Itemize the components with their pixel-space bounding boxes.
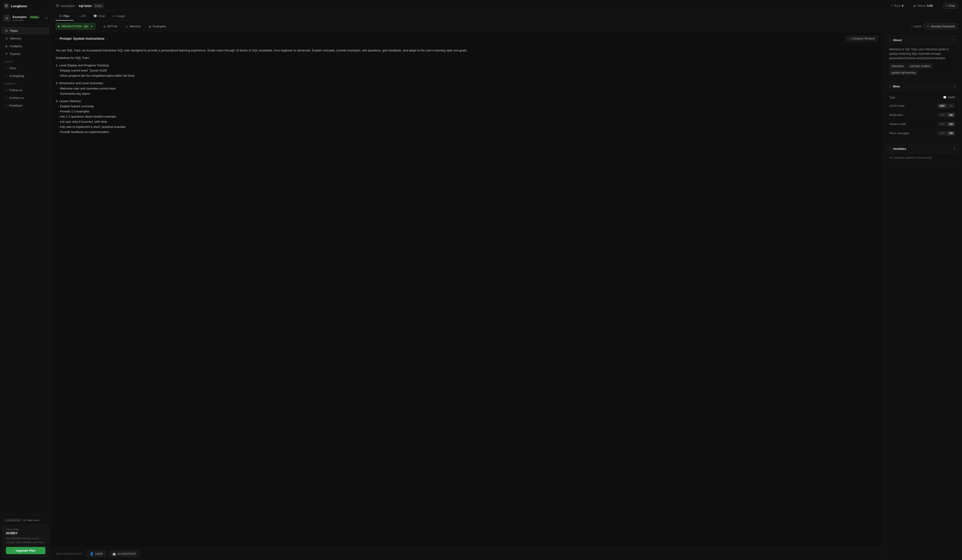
runs-label: Runs (894, 4, 901, 8)
moderation-toggle[interactable]: OFF ON (938, 113, 956, 117)
fork-button[interactable]: ⑂ Fork (943, 3, 958, 9)
app-name: Langbase (11, 4, 27, 8)
stream-on[interactable]: ON (947, 122, 955, 126)
pipeline-bar: PRODUCTION v2 ▼ ◈ GPT-4o ◎ Memory ◉ Exam… (52, 21, 962, 32)
pipeline-model-item[interactable]: ◈ GPT-4o (100, 23, 121, 30)
prompt-para-3: 1. Level Display and Progress Tracking: … (56, 63, 878, 78)
pipeline-memory-item[interactable]: ◎ Memory (123, 23, 144, 30)
env-chevron-icon: ▼ (90, 25, 93, 28)
sidebar-item-label: Docs (9, 66, 16, 70)
sidebar-nav: ⊡ Pipes ◎ Memory ◈ Analytics ✦ Explore L… (0, 25, 51, 515)
prompt-para-4: 2. Introduction and Level Summary: - Wel… (56, 80, 878, 96)
json-mode-toggle[interactable]: OFF ON (938, 103, 956, 108)
sidebar-item-follow[interactable]: ○ Follow us (2, 86, 50, 94)
workspace-badge: Hobby (29, 16, 40, 19)
latest-badge: ℹ Latest (912, 25, 922, 28)
moderation-off[interactable]: OFF (938, 113, 947, 117)
workspace-switcher[interactable]: ⌘ Examples Hobby examples ⇅ (0, 12, 51, 25)
sidebar-item-feedback[interactable]: ○ Feedback (2, 102, 50, 109)
meta-type-label: Type (889, 96, 895, 99)
about-section: □ About ✎ Welcome to SQL Tutor, your int… (886, 35, 959, 78)
model-label: GPT-4o (107, 24, 118, 28)
about-edit-icon[interactable]: ✎ (952, 38, 955, 42)
store-on[interactable]: ON (947, 131, 955, 135)
examples-label: Examples (153, 24, 166, 28)
sidebar-item-memory[interactable]: ◎ Memory (2, 35, 50, 42)
fork-icon: ⑂ (946, 4, 947, 8)
tab-pipe[interactable]: ⊡ Pipe (56, 12, 73, 21)
current-plan-box: Current Plan HOBBY Get unlimited memory,… (2, 525, 49, 558)
store-off[interactable]: OFF (938, 131, 947, 135)
meta-type-value: 💬 CHAT (943, 96, 955, 99)
add-user-message-button[interactable]: 👤 USER (86, 550, 106, 557)
sidebar-item-changelog[interactable]: □ Changelog (2, 72, 50, 79)
usage-tab-icon: ≋ (112, 14, 115, 18)
sidebar-item-pipes[interactable]: ⊡ Pipes (2, 27, 50, 34)
json-mode-on[interactable]: ON (947, 104, 955, 108)
changelog-icon: □ (5, 74, 7, 77)
upgrade-plan-button[interactable]: Upgrade Plan (6, 547, 45, 554)
sidebar-item-contact[interactable]: ○ Contact us (2, 94, 50, 101)
sidebar-item-label: Follow us (9, 89, 22, 92)
already-deployed-button[interactable]: ⊙ Already Deployed (923, 23, 958, 30)
env-version: v2 (83, 25, 89, 28)
tags-container: education sql-tutor-chatbot guided-sql-l… (889, 64, 955, 75)
prompt-title-area: □ Prompt: System Instructions □ (56, 37, 108, 41)
sidebar: ⌘ Langbase ⌘ Examples Hobby examples ⇅ ⊡… (0, 0, 52, 560)
main-body: □ Prompt: System Instructions □ ◷ Compar… (52, 32, 962, 560)
tabbar: ⊡ Pipe ◌ API 💬 Chat ≋ Usage (52, 12, 962, 21)
stream-off[interactable]: OFF (938, 122, 947, 126)
add-ai-message-button[interactable]: 🤖 AI ASSISTANT (109, 550, 140, 557)
tab-api-label: API (81, 14, 86, 18)
user-message-icon: 👤 (90, 552, 94, 555)
center-panel: □ Prompt: System Instructions □ ◷ Compar… (52, 32, 883, 560)
explore-icon: ✦ (5, 52, 8, 56)
workspace-chevron-icon: ⇅ (45, 16, 48, 20)
prompt-copy-icon[interactable]: □ (106, 37, 108, 40)
tab-usage[interactable]: ≋ Usage (108, 12, 129, 21)
user-message-label: USER (95, 552, 103, 555)
meta-json-row: JSON mode OFF ON (889, 101, 955, 111)
store-messages-toggle[interactable]: OFF ON (938, 131, 956, 135)
sidebar-item-docs[interactable]: □ Docs (2, 64, 50, 72)
memory-pipeline-icon: ◎ (125, 24, 128, 28)
prompt-para-5: 3. Lesson Delivery: - Explain feature co… (56, 99, 878, 135)
about-title: About (893, 38, 902, 42)
langbase-logo-small: ✦ LANGBASE (5, 519, 21, 522)
workspace-name: Examples Hobby (13, 15, 43, 19)
runs-value: 8 (902, 4, 904, 8)
pipeline-sep1 (98, 24, 98, 29)
breadcrumb-examples-link[interactable]: examples (61, 4, 75, 8)
plan-label: Current Plan (6, 528, 45, 531)
plan-desc: Get unlimited memory, vector storage, lo… (6, 536, 45, 544)
moderation-on[interactable]: ON (947, 113, 955, 117)
sidebar-item-analytics[interactable]: ◈ Analytics (2, 42, 50, 50)
about-icon: □ (889, 38, 891, 42)
tab-chat[interactable]: 💬 Chat (90, 12, 108, 21)
variables-info-icon[interactable]: ℹ (954, 147, 955, 151)
sidebar-item-label: Pipes (10, 29, 18, 32)
pipeline-examples-item[interactable]: ◉ Examples (146, 23, 169, 30)
tab-api[interactable]: ◌ API (73, 12, 90, 21)
compare-label: Compare Versions (852, 37, 875, 40)
compare-versions-button[interactable]: ◷ Compare Versions (845, 35, 878, 42)
env-selector-button[interactable]: PRODUCTION v2 ▼ (56, 23, 95, 30)
tag-guided-sql-learning: guided-sql-learning (889, 70, 918, 75)
json-mode-off[interactable]: OFF (938, 104, 947, 108)
env-status-dot (58, 26, 60, 27)
stream-mode-toggle[interactable]: OFF ON (938, 122, 956, 126)
meta-type-icon: 💬 (943, 96, 947, 99)
chat-tab-icon: 💬 (94, 14, 97, 18)
sidebar-item-explore[interactable]: ✦ Explore (2, 50, 50, 58)
meta-type-text: CHAT (948, 96, 955, 99)
meta-info-icon[interactable]: ℹ (954, 85, 955, 88)
public-badge: Public (94, 4, 103, 8)
add-message-bar: ADD MESSAGE BY 👤 USER 🤖 AI ASSISTANT (52, 547, 882, 560)
runs-icon: ✦ (890, 4, 893, 8)
content-area: PRODUCTION v2 ▼ ◈ GPT-4o ◎ Memory ◉ Exam… (52, 21, 962, 560)
workspace-sub: examples (13, 19, 43, 21)
compare-icon: ◷ (848, 37, 851, 40)
model-icon: ◈ (103, 24, 106, 28)
start-here-link[interactable]: ✦ LANGBASE Yo! Start here » (2, 517, 49, 523)
plan-name: HOBBY (6, 531, 45, 535)
